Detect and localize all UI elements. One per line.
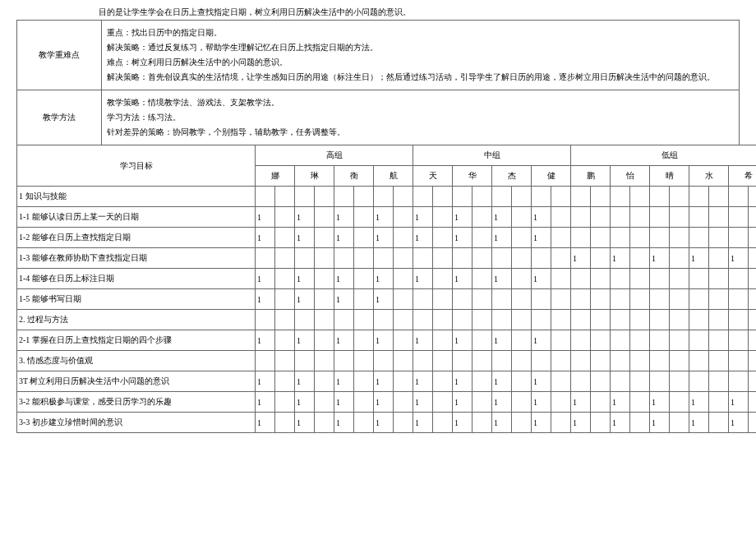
cell — [472, 269, 492, 289]
cell — [709, 269, 729, 289]
cell — [551, 269, 571, 289]
cell — [354, 207, 374, 228]
cell: 1 — [374, 289, 394, 310]
cell — [315, 187, 334, 207]
table-row: 1-4 能够在日历上标注日期11111111 — [17, 269, 757, 289]
cell — [689, 371, 709, 392]
cell — [512, 310, 532, 330]
cell — [749, 371, 757, 392]
cell — [275, 289, 295, 310]
cell — [354, 289, 374, 310]
cell: 1 — [256, 269, 275, 289]
cell — [512, 351, 532, 371]
cell: 1 — [532, 228, 551, 248]
cell — [571, 310, 591, 330]
cell — [630, 351, 650, 371]
cell — [453, 248, 472, 269]
cell — [512, 413, 532, 433]
row-label: 1-2 能够在日历上查找指定日期 — [17, 228, 256, 248]
top-table: 教学重难点 重点：找出日历中的指定日期。 解决策略：通过反复练习，帮助学生理解记… — [16, 20, 740, 145]
cell — [630, 228, 650, 248]
cell — [472, 207, 492, 228]
cell — [591, 207, 611, 228]
cell — [551, 392, 571, 413]
cell: 1 — [413, 392, 433, 413]
cell — [571, 228, 591, 248]
key-difficulty-label: 教学重难点 — [17, 21, 102, 90]
cell — [433, 289, 453, 310]
cell: 1 — [492, 371, 512, 392]
cell — [334, 248, 354, 269]
kd-line-0: 重点：找出日历中的指定日期。 — [107, 25, 734, 40]
cell — [394, 269, 413, 289]
cell — [295, 248, 315, 269]
stu-m-2: 杰 — [492, 166, 532, 187]
cell — [709, 330, 729, 351]
cell — [394, 207, 413, 228]
cell — [591, 330, 611, 351]
cell — [630, 371, 650, 392]
cell — [315, 330, 334, 351]
cell — [374, 310, 394, 330]
cell — [472, 187, 492, 207]
cell: 1 — [453, 330, 472, 351]
cell — [334, 351, 354, 371]
cell — [453, 310, 472, 330]
cell — [591, 228, 611, 248]
group-high: 高组 — [256, 145, 413, 166]
cell — [472, 310, 492, 330]
cell — [433, 413, 453, 433]
cell — [630, 413, 650, 433]
cell: 1 — [334, 413, 354, 433]
cell — [571, 207, 591, 228]
stu-m-1: 华 — [453, 166, 492, 187]
cell — [472, 330, 492, 351]
cell — [433, 351, 453, 371]
cell — [275, 228, 295, 248]
cell: 1 — [256, 207, 275, 228]
cell — [433, 371, 453, 392]
cell — [729, 351, 749, 371]
cell — [729, 228, 749, 248]
row-label: 3. 情感态度与价值观 — [17, 351, 256, 371]
cell — [749, 392, 757, 413]
cell: 1 — [532, 330, 551, 351]
cell — [472, 392, 492, 413]
cell: 1 — [334, 228, 354, 248]
cell — [433, 228, 453, 248]
cell — [591, 269, 611, 289]
cell — [492, 310, 512, 330]
kd-line-2: 难点：树立利用日历解决生活中的小问题的意识。 — [107, 55, 734, 70]
cell — [670, 228, 689, 248]
cell — [729, 187, 749, 207]
cell — [709, 310, 729, 330]
cell — [749, 289, 757, 310]
cell: 1 — [374, 228, 394, 248]
cell — [611, 187, 630, 207]
cell: 1 — [256, 392, 275, 413]
row-label: 1-5 能够书写日期 — [17, 289, 256, 310]
cell — [275, 248, 295, 269]
cell — [512, 330, 532, 351]
cell — [315, 413, 334, 433]
cell — [354, 330, 374, 351]
group-mid: 中组 — [413, 145, 571, 166]
cell: 1 — [532, 413, 551, 433]
cell: 1 — [413, 371, 433, 392]
cell — [650, 330, 670, 351]
cell — [689, 187, 709, 207]
cell — [630, 207, 650, 228]
cell — [749, 269, 757, 289]
cell — [551, 330, 571, 351]
cell — [591, 413, 611, 433]
mth-line-0: 教学策略：情境教学法、游戏法、支架教学法。 — [107, 95, 734, 110]
cell — [689, 330, 709, 351]
cell — [512, 187, 532, 207]
cell — [275, 413, 295, 433]
cell — [275, 351, 295, 371]
cell: 1 — [334, 269, 354, 289]
cell — [670, 289, 689, 310]
cell: 1 — [650, 392, 670, 413]
row-label: 2. 过程与方法 — [17, 310, 256, 330]
cell — [611, 269, 630, 289]
